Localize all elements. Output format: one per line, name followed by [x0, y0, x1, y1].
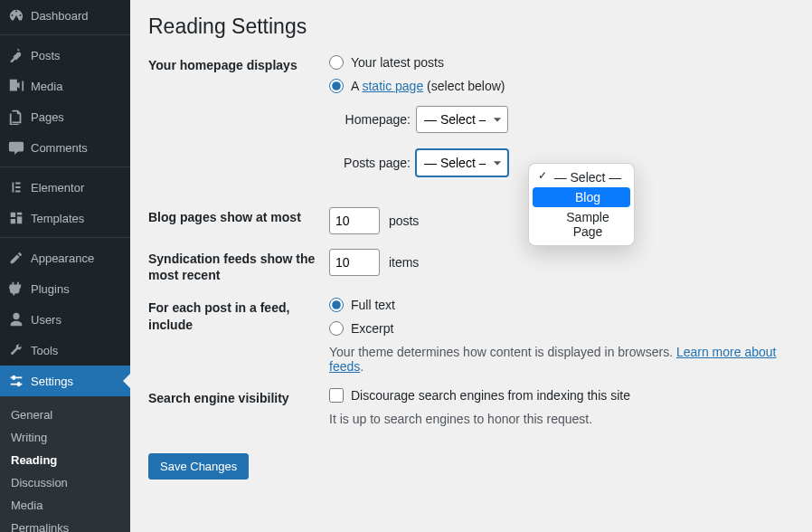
- dropdown-option-none[interactable]: — Select —: [533, 167, 630, 187]
- desc-feed-theme: Your theme determines how content is dis…: [329, 345, 794, 374]
- sidebar-item-posts[interactable]: Posts: [0, 40, 130, 71]
- pages-icon: [7, 108, 25, 126]
- dropdown-option-sample-page[interactable]: Sample Page: [533, 207, 630, 242]
- submenu-item-permalinks[interactable]: Permalinks: [0, 517, 130, 532]
- desc-search-honor: It is up to search engines to honor this…: [329, 412, 794, 426]
- input-syndication[interactable]: [329, 249, 380, 276]
- pin-icon: [7, 46, 25, 64]
- label-posts-page: Posts page:: [329, 156, 411, 170]
- templates-icon: [7, 209, 25, 227]
- sidebar-label: Appearance: [31, 252, 94, 265]
- label-discourage-search: Discourage search engines from indexing …: [351, 388, 630, 403]
- submenu-item-discussion[interactable]: Discussion: [0, 471, 130, 494]
- comments-icon: [7, 138, 25, 157]
- tools-icon: [7, 341, 25, 359]
- sidebar-label: Settings: [31, 375, 73, 388]
- settings-icon: [7, 372, 25, 390]
- sidebar-label: Dashboard: [31, 9, 89, 23]
- label-syndication: Syndication feeds show the most recent: [148, 249, 329, 283]
- input-blog-pages[interactable]: [329, 207, 380, 234]
- select-posts-page[interactable]: — Select —: [416, 149, 508, 176]
- sidebar-item-appearance[interactable]: Appearance: [0, 242, 130, 273]
- submenu-item-media[interactable]: Media: [0, 494, 130, 517]
- select-homepage[interactable]: — Select —: [416, 106, 508, 133]
- radio-excerpt[interactable]: [329, 321, 344, 336]
- sidebar-label: Tools: [31, 344, 58, 357]
- static-page-link[interactable]: static page: [362, 79, 423, 93]
- suffix-items: items: [389, 255, 419, 270]
- sidebar-label: Media: [31, 80, 62, 93]
- settings-submenu: GeneralWritingReadingDiscussionMediaPerm…: [0, 396, 130, 532]
- posts-page-dropdown: — Select —BlogSample Page: [528, 163, 635, 246]
- sidebar-item-pages[interactable]: Pages: [0, 101, 130, 132]
- users-icon: [7, 310, 25, 328]
- sidebar-label: Elementor: [31, 181, 84, 195]
- radio-full-text[interactable]: [329, 298, 344, 312]
- sidebar-label: Posts: [31, 49, 61, 62]
- sidebar-item-templates[interactable]: Templates: [0, 203, 130, 233]
- sidebar-label: Plugins: [31, 282, 70, 296]
- sidebar-item-dashboard[interactable]: Dashboard: [0, 0, 130, 31]
- admin-sidebar: DashboardPostsMediaPagesCommentsElemento…: [0, 0, 130, 532]
- media-icon: [7, 77, 25, 95]
- sidebar-item-media[interactable]: Media: [0, 71, 130, 101]
- appearance-icon: [7, 249, 25, 267]
- sidebar-label: Pages: [31, 110, 64, 124]
- submenu-item-writing[interactable]: Writing: [0, 426, 130, 449]
- sidebar-item-settings[interactable]: Settings: [0, 366, 130, 396]
- sidebar-item-tools[interactable]: Tools: [0, 335, 130, 366]
- dropdown-option-blog[interactable]: Blog: [533, 187, 630, 207]
- sidebar-item-elementor[interactable]: Elementor: [0, 172, 130, 203]
- label-search-visibility: Search engine visibility: [148, 388, 329, 406]
- suffix-posts: posts: [389, 214, 419, 228]
- label-homepage: Homepage:: [329, 112, 411, 127]
- page-title: Reading Settings: [148, 14, 794, 39]
- sidebar-label: Templates: [31, 212, 84, 225]
- label-blog-pages: Blog pages show at most: [148, 207, 329, 225]
- sidebar-item-plugins[interactable]: Plugins: [0, 273, 130, 304]
- sidebar-item-comments[interactable]: Comments: [0, 132, 130, 163]
- label-homepage-displays: Your homepage displays: [148, 55, 329, 73]
- elementor-icon: [7, 178, 25, 196]
- label-latest-posts: Your latest posts: [351, 55, 444, 70]
- sidebar-label: Comments: [31, 141, 88, 155]
- label-full-text: Full text: [351, 298, 395, 312]
- plugins-icon: [7, 280, 25, 298]
- checkbox-discourage-search[interactable]: [329, 388, 344, 403]
- label-static-page: A static page (select below): [351, 79, 505, 93]
- label-excerpt: Excerpt: [351, 321, 393, 336]
- submenu-item-general[interactable]: General: [0, 404, 130, 426]
- dashboard-icon: [7, 6, 25, 24]
- sidebar-item-users[interactable]: Users: [0, 304, 130, 335]
- save-changes-button[interactable]: Save Changes: [148, 453, 249, 480]
- radio-latest-posts[interactable]: [329, 55, 344, 70]
- sidebar-label: Users: [31, 313, 61, 327]
- label-feed-content: For each post in a feed, include: [148, 298, 329, 332]
- submenu-item-reading[interactable]: Reading: [0, 449, 130, 471]
- main-content: Reading Settings Your homepage displays …: [130, 0, 812, 532]
- radio-static-page[interactable]: [329, 79, 344, 93]
